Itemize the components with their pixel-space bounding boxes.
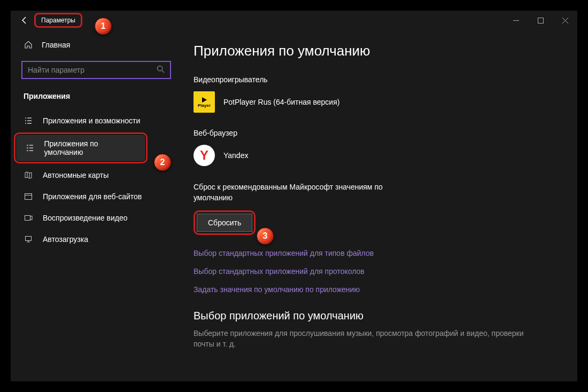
close-icon <box>562 18 568 23</box>
browser-name: Yandex <box>223 151 248 160</box>
home-button[interactable]: Главная <box>11 36 182 53</box>
video-player-label: Видеопроигрыватель <box>194 75 566 84</box>
search-input[interactable] <box>28 66 157 74</box>
minimize-button[interactable] <box>504 11 528 30</box>
settings-window: Параметры Главная <box>11 11 577 381</box>
defaults-icon <box>25 144 34 152</box>
minimize-icon <box>513 18 519 23</box>
list-icon <box>24 116 33 125</box>
browser-choice[interactable]: Y Yandex <box>194 145 566 166</box>
maximize-button[interactable] <box>528 11 553 30</box>
window-title: Параметры <box>34 13 82 28</box>
arrow-left-icon <box>20 16 29 25</box>
sidebar-item-default-apps[interactable]: Приложения по умолчанию <box>14 132 148 163</box>
potplayer-icon: Player <box>194 91 215 113</box>
sidebar-item-apps-features[interactable]: Приложения и возможности <box>11 110 182 131</box>
video-player-choice[interactable]: Player PotPlayer Rus (64-битная версия) <box>194 91 566 113</box>
sub-heading: Выбор приложений по умолчанию <box>194 310 566 322</box>
home-label: Главная <box>42 41 70 49</box>
svg-rect-3 <box>25 216 30 221</box>
sidebar-item-label: Приложения для веб-сайтов <box>43 192 142 201</box>
svg-rect-2 <box>25 194 32 200</box>
back-button[interactable] <box>17 13 32 28</box>
sidebar: Главная Приложения Приложения и возможно… <box>11 30 182 381</box>
link-protocols[interactable]: Выбор стандартных приложений для протоко… <box>194 267 566 276</box>
sidebar-item-video-playback[interactable]: Воспроизведение видео <box>11 207 182 229</box>
link-by-app[interactable]: Задать значения по умолчанию по приложен… <box>194 285 566 294</box>
svg-rect-4 <box>26 237 32 241</box>
reset-highlight: Сбросить <box>194 210 256 235</box>
body-area: Главная Приложения Приложения и возможно… <box>11 30 577 381</box>
window-controls <box>504 11 577 30</box>
svg-point-1 <box>157 66 162 70</box>
search-box[interactable] <box>21 61 171 79</box>
video-player-section: Видеопроигрыватель Player PotPlayer Rus … <box>194 75 566 113</box>
link-file-types[interactable]: Выбор стандартных приложений для типов ф… <box>194 249 566 257</box>
svg-rect-0 <box>538 18 543 23</box>
sub-description: Выберите приложения для прослушивания му… <box>194 328 536 349</box>
map-icon <box>24 171 33 179</box>
reset-description: Сброс к рекомендованным Майкрософт значе… <box>194 182 418 203</box>
sidebar-item-label: Воспроизведение видео <box>43 214 127 222</box>
sidebar-item-label: Приложения по умолчанию <box>44 139 136 156</box>
annotation-badge-3: 3 <box>257 228 274 245</box>
maximize-icon <box>538 18 544 23</box>
page-title: Приложения по умолчанию <box>194 43 566 59</box>
browser-label: Веб-браузер <box>194 129 566 137</box>
sidebar-item-apps-websites[interactable]: Приложения для веб-сайтов <box>11 186 182 207</box>
yandex-icon: Y <box>194 145 215 166</box>
home-icon <box>24 41 33 49</box>
sidebar-section-header: Приложения <box>11 89 182 110</box>
content-area: Приложения по умолчанию Видеопроигрывате… <box>182 30 577 381</box>
sidebar-item-startup[interactable]: Автозагрузка <box>11 229 182 250</box>
website-icon <box>24 192 33 201</box>
close-button[interactable] <box>553 11 577 30</box>
annotation-badge-2: 2 <box>154 154 171 171</box>
browser-section: Веб-браузер Y Yandex <box>194 129 566 166</box>
video-icon <box>24 214 33 222</box>
search-icon <box>157 65 165 75</box>
sidebar-item-label: Автозагрузка <box>43 235 88 244</box>
sidebar-item-label: Автономные карты <box>43 171 109 179</box>
sidebar-item-label: Приложения и возможности <box>43 116 140 125</box>
reset-button[interactable]: Сбросить <box>197 214 252 232</box>
video-player-name: PotPlayer Rus (64-битная версия) <box>223 98 339 106</box>
annotation-badge-1: 1 <box>95 18 112 35</box>
startup-icon <box>24 235 33 244</box>
